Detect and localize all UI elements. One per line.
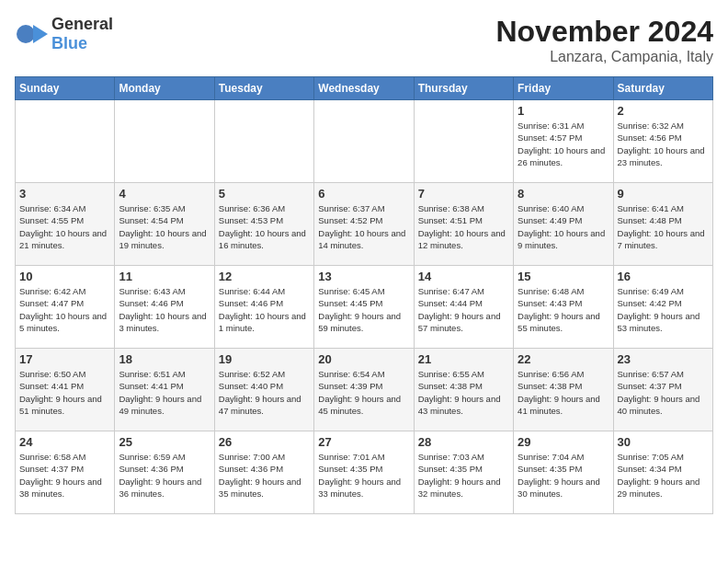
day-number: 4 bbox=[119, 187, 210, 201]
day-number: 27 bbox=[318, 435, 409, 449]
page-header: General Blue November 2024 Lanzara, Camp… bbox=[15, 15, 713, 65]
day-cell: 11Sunrise: 6:43 AM Sunset: 4:46 PM Dayli… bbox=[115, 266, 214, 349]
day-cell: 23Sunrise: 6:57 AM Sunset: 4:37 PM Dayli… bbox=[613, 349, 712, 431]
day-number: 5 bbox=[219, 187, 310, 201]
day-cell: 1Sunrise: 6:31 AM Sunset: 4:57 PM Daylig… bbox=[514, 100, 613, 183]
day-number: 16 bbox=[618, 270, 709, 283]
header-friday: Friday bbox=[514, 77, 613, 100]
day-cell: 21Sunrise: 6:55 AM Sunset: 4:38 PM Dayli… bbox=[414, 349, 513, 431]
day-number: 30 bbox=[618, 435, 709, 449]
header-sunday: Sunday bbox=[16, 77, 115, 100]
day-number: 10 bbox=[19, 270, 110, 283]
header-wednesday: Wednesday bbox=[314, 77, 414, 100]
day-info: Sunrise: 6:54 AM Sunset: 4:39 PM Dayligh… bbox=[318, 368, 409, 417]
day-cell: 25Sunrise: 6:59 AM Sunset: 4:36 PM Dayli… bbox=[115, 431, 214, 514]
day-info: Sunrise: 7:01 AM Sunset: 4:35 PM Dayligh… bbox=[318, 451, 409, 500]
day-info: Sunrise: 7:04 AM Sunset: 4:35 PM Dayligh… bbox=[518, 451, 609, 500]
day-info: Sunrise: 7:03 AM Sunset: 4:35 PM Dayligh… bbox=[418, 451, 509, 500]
day-info: Sunrise: 7:05 AM Sunset: 4:34 PM Dayligh… bbox=[618, 451, 709, 500]
day-cell: 28Sunrise: 7:03 AM Sunset: 4:35 PM Dayli… bbox=[414, 431, 513, 514]
svg-point-0 bbox=[17, 25, 35, 43]
calendar-header: SundayMondayTuesdayWednesdayThursdayFrid… bbox=[16, 77, 713, 100]
day-info: Sunrise: 6:42 AM Sunset: 4:47 PM Dayligh… bbox=[19, 285, 110, 334]
header-monday: Monday bbox=[115, 77, 214, 100]
day-number: 20 bbox=[318, 352, 409, 366]
day-number: 15 bbox=[518, 270, 609, 283]
day-number: 17 bbox=[19, 352, 110, 366]
day-info: Sunrise: 6:59 AM Sunset: 4:36 PM Dayligh… bbox=[119, 451, 210, 500]
day-info: Sunrise: 6:41 AM Sunset: 4:48 PM Dayligh… bbox=[618, 202, 709, 251]
logo-general: General bbox=[51, 15, 113, 34]
day-cell: 7Sunrise: 6:38 AM Sunset: 4:51 PM Daylig… bbox=[414, 183, 513, 266]
day-number: 24 bbox=[19, 435, 110, 449]
day-cell: 4Sunrise: 6:35 AM Sunset: 4:54 PM Daylig… bbox=[115, 183, 214, 266]
day-info: Sunrise: 6:49 AM Sunset: 4:42 PM Dayligh… bbox=[618, 285, 709, 334]
month-title: November 2024 bbox=[495, 15, 713, 49]
day-number: 11 bbox=[119, 270, 210, 283]
day-info: Sunrise: 6:40 AM Sunset: 4:49 PM Dayligh… bbox=[518, 202, 609, 251]
logo: General Blue bbox=[15, 15, 113, 53]
day-number: 9 bbox=[618, 187, 709, 201]
day-cell: 5Sunrise: 6:36 AM Sunset: 4:53 PM Daylig… bbox=[214, 183, 313, 266]
day-number: 13 bbox=[318, 270, 409, 283]
day-info: Sunrise: 6:51 AM Sunset: 4:41 PM Dayligh… bbox=[119, 368, 210, 417]
header-thursday: Thursday bbox=[414, 77, 513, 100]
day-number: 6 bbox=[318, 187, 409, 201]
day-info: Sunrise: 6:52 AM Sunset: 4:40 PM Dayligh… bbox=[219, 368, 310, 417]
day-cell bbox=[115, 100, 214, 183]
week-row-0: 1Sunrise: 6:31 AM Sunset: 4:57 PM Daylig… bbox=[16, 100, 713, 183]
day-info: Sunrise: 6:56 AM Sunset: 4:38 PM Dayligh… bbox=[518, 368, 609, 417]
day-number: 18 bbox=[119, 352, 210, 366]
week-row-4: 24Sunrise: 6:58 AM Sunset: 4:37 PM Dayli… bbox=[16, 431, 713, 514]
day-cell: 2Sunrise: 6:32 AM Sunset: 4:56 PM Daylig… bbox=[613, 100, 712, 183]
day-info: Sunrise: 6:47 AM Sunset: 4:44 PM Dayligh… bbox=[418, 285, 509, 334]
day-cell bbox=[214, 100, 313, 183]
day-info: Sunrise: 6:50 AM Sunset: 4:41 PM Dayligh… bbox=[19, 368, 110, 417]
day-cell: 17Sunrise: 6:50 AM Sunset: 4:41 PM Dayli… bbox=[16, 349, 115, 431]
day-number: 28 bbox=[418, 435, 509, 449]
header-saturday: Saturday bbox=[613, 77, 712, 100]
week-row-2: 10Sunrise: 6:42 AM Sunset: 4:47 PM Dayli… bbox=[16, 266, 713, 349]
day-cell: 12Sunrise: 6:44 AM Sunset: 4:46 PM Dayli… bbox=[214, 266, 313, 349]
header-row: SundayMondayTuesdayWednesdayThursdayFrid… bbox=[16, 77, 713, 100]
header-tuesday: Tuesday bbox=[214, 77, 313, 100]
day-info: Sunrise: 7:00 AM Sunset: 4:36 PM Dayligh… bbox=[219, 451, 310, 500]
calendar-body: 1Sunrise: 6:31 AM Sunset: 4:57 PM Daylig… bbox=[16, 100, 713, 514]
day-cell: 6Sunrise: 6:37 AM Sunset: 4:52 PM Daylig… bbox=[314, 183, 414, 266]
day-info: Sunrise: 6:57 AM Sunset: 4:37 PM Dayligh… bbox=[618, 368, 709, 417]
title-block: November 2024 Lanzara, Campania, Italy bbox=[495, 15, 713, 65]
day-info: Sunrise: 6:45 AM Sunset: 4:45 PM Dayligh… bbox=[318, 285, 409, 334]
day-number: 21 bbox=[418, 352, 509, 366]
calendar-table: SundayMondayTuesdayWednesdayThursdayFrid… bbox=[15, 76, 713, 514]
day-number: 25 bbox=[119, 435, 210, 449]
day-number: 26 bbox=[219, 435, 310, 449]
day-number: 29 bbox=[518, 435, 609, 449]
day-number: 19 bbox=[219, 352, 310, 366]
day-cell: 8Sunrise: 6:40 AM Sunset: 4:49 PM Daylig… bbox=[514, 183, 613, 266]
logo-icon bbox=[15, 17, 48, 51]
day-cell bbox=[414, 100, 513, 183]
day-cell: 20Sunrise: 6:54 AM Sunset: 4:39 PM Dayli… bbox=[314, 349, 414, 431]
day-number: 8 bbox=[518, 187, 609, 201]
day-cell: 24Sunrise: 6:58 AM Sunset: 4:37 PM Dayli… bbox=[16, 431, 115, 514]
day-cell: 18Sunrise: 6:51 AM Sunset: 4:41 PM Dayli… bbox=[115, 349, 214, 431]
logo-blue: Blue bbox=[51, 34, 113, 53]
day-number: 12 bbox=[219, 270, 310, 283]
day-cell: 29Sunrise: 7:04 AM Sunset: 4:35 PM Dayli… bbox=[514, 431, 613, 514]
day-info: Sunrise: 6:55 AM Sunset: 4:38 PM Dayligh… bbox=[418, 368, 509, 417]
day-number: 23 bbox=[618, 352, 709, 366]
day-cell: 26Sunrise: 7:00 AM Sunset: 4:36 PM Dayli… bbox=[214, 431, 313, 514]
day-cell: 16Sunrise: 6:49 AM Sunset: 4:42 PM Dayli… bbox=[613, 266, 712, 349]
day-number: 1 bbox=[518, 104, 609, 118]
day-cell: 19Sunrise: 6:52 AM Sunset: 4:40 PM Dayli… bbox=[214, 349, 313, 431]
day-cell: 3Sunrise: 6:34 AM Sunset: 4:55 PM Daylig… bbox=[16, 183, 115, 266]
day-info: Sunrise: 6:43 AM Sunset: 4:46 PM Dayligh… bbox=[119, 285, 210, 334]
svg-marker-1 bbox=[33, 25, 48, 43]
location: Lanzara, Campania, Italy bbox=[495, 49, 713, 65]
day-cell: 27Sunrise: 7:01 AM Sunset: 4:35 PM Dayli… bbox=[314, 431, 414, 514]
week-row-3: 17Sunrise: 6:50 AM Sunset: 4:41 PM Dayli… bbox=[16, 349, 713, 431]
day-cell: 14Sunrise: 6:47 AM Sunset: 4:44 PM Dayli… bbox=[414, 266, 513, 349]
day-cell: 10Sunrise: 6:42 AM Sunset: 4:47 PM Dayli… bbox=[16, 266, 115, 349]
day-info: Sunrise: 6:36 AM Sunset: 4:53 PM Dayligh… bbox=[219, 202, 310, 251]
day-info: Sunrise: 6:58 AM Sunset: 4:37 PM Dayligh… bbox=[19, 451, 110, 500]
